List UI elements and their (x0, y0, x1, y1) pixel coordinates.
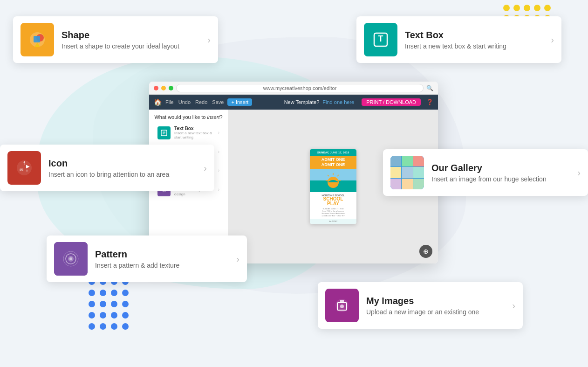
icon-insert-card[interactable]: f ▶ ✉ + Icon Insert an icon to bring att… (0, 145, 214, 191)
gallery-card-desc: Insert an image from our huge selection (431, 175, 570, 183)
shape-card-desc: Insert a shape to create your ideal layo… (62, 42, 200, 50)
myimages-card[interactable]: My Images Upload a new image or an exist… (318, 282, 523, 329)
ticket-details: SUNDAY, JUNE 17, 2018 from 7-10 in the a… (312, 208, 355, 217)
toolbar-find-one[interactable]: Find one here (322, 99, 354, 105)
svg-rect-29 (340, 300, 344, 303)
toolbar-file[interactable]: File (165, 99, 174, 105)
textbox-card[interactable]: T Text Box Insert a new text box & start… (356, 16, 561, 63)
shape-card-arrow: › (207, 35, 211, 45)
toolbar-home-icon[interactable]: 🏠 (154, 98, 162, 106)
browser-url: www.mycreativeshop.com/editor (176, 84, 424, 92)
svg-text:+: + (26, 168, 28, 173)
svg-line-8 (337, 175, 339, 176)
ticket-sun-graphic (310, 169, 356, 192)
svg-text:T: T (378, 34, 383, 43)
pattern-card-text: Pattern Insert a pattern & add texture (95, 249, 229, 269)
svg-text:f: f (24, 161, 25, 166)
toolbar-help-icon[interactable]: ❓ (426, 99, 433, 105)
browser-close-dot (154, 86, 158, 90)
zoom-button[interactable]: ⊕ (419, 245, 432, 258)
svg-line-10 (328, 175, 329, 176)
panel-shape-arrow: › (218, 149, 219, 154)
panel-title: What would you like to insert? (154, 114, 223, 120)
toolbar-redo[interactable]: Redo (195, 99, 207, 105)
myimages-card-arrow: › (512, 300, 515, 311)
ticket-number: No. 52567 (310, 219, 356, 224)
toolbar-undo[interactable]: Undo (178, 99, 191, 105)
myimages-card-desc: Upload a new image or an existing one (366, 308, 505, 316)
myimages-card-text: My Images Upload a new image or an exist… (366, 296, 505, 316)
gallery-card-icon (390, 156, 424, 189)
gallery-card-title: Our Gallery (431, 163, 570, 173)
browser-search-icon: 🔍 (426, 85, 433, 91)
ticket-design: SUNDAY, JUNE 17, 2018 ADMIT ONE ADMIT ON… (310, 149, 356, 224)
ticket-info: HORIZONS SCHOOL SCHOOLPLAY SUNDAY, JUNE … (310, 192, 356, 219)
myimages-card-icon (325, 289, 359, 322)
browser-maximize-dot (169, 86, 173, 90)
svg-text:✉: ✉ (20, 167, 23, 173)
pattern-card-icon (54, 242, 88, 276)
pattern-card-desc: Insert a pattern & add texture (95, 262, 229, 269)
panel-pattern-arrow: › (218, 187, 219, 192)
icon-card-icon: f ▶ ✉ + (7, 151, 41, 185)
browser-address-bar: www.mycreativeshop.com/editor 🔍 (149, 82, 438, 95)
svg-point-28 (340, 305, 344, 308)
textbox-card-title: Text Box (405, 30, 543, 41)
icon-card-arrow: › (204, 163, 207, 173)
pattern-card[interactable]: Pattern Insert a pattern & add texture › (47, 235, 247, 282)
textbox-card-icon: T (364, 23, 397, 56)
toolbar-new-template: New Template? Find one here (284, 99, 355, 105)
toolbar-print-button[interactable]: PRINT / DOWNLOAD (362, 98, 421, 106)
textbox-card-arrow: › (551, 35, 554, 45)
ticket-play: SCHOOLPLAY (312, 197, 355, 206)
browser-minimize-dot (161, 86, 166, 90)
svg-point-25 (69, 257, 72, 260)
gallery-grid (390, 156, 424, 189)
panel-icon-arrow: › (218, 168, 219, 173)
icon-card-desc: Insert an icon to bring attention to an … (48, 171, 196, 178)
ticket-date: SUNDAY, JUNE 17, 2018 (310, 149, 356, 156)
shape-card[interactable]: Shape Insert a shape to create your idea… (13, 16, 218, 63)
toolbar-insert-label: + Insert (231, 99, 248, 105)
toolbar-insert-button[interactable]: + Insert (227, 98, 252, 106)
panel-item-textbox[interactable]: Text Box Insert a new text box & start w… (154, 124, 223, 142)
gallery-card[interactable]: Our Gallery Insert an image from our hug… (383, 149, 588, 196)
shape-card-text: Shape Insert a shape to create your idea… (62, 30, 200, 50)
pattern-card-arrow: › (236, 254, 239, 264)
editor-toolbar: 🏠 File Undo Redo Save + Insert New Templ… (149, 95, 438, 110)
icon-card-text: Icon Insert an icon to bring attention t… (48, 158, 196, 178)
ticket-admit: ADMIT ONE ADMIT ONE (310, 156, 356, 169)
panel-textbox-text: Text Box Insert a new text box & start w… (174, 126, 214, 139)
pattern-card-title: Pattern (95, 249, 229, 260)
panel-textbox-icon (157, 126, 171, 139)
textbox-card-desc: Insert a new text box & start writing (405, 42, 543, 50)
gallery-card-text: Our Gallery Insert an image from our hug… (431, 163, 570, 183)
panel-textbox-arrow: › (218, 130, 219, 135)
toolbar-items: File Undo Redo Save (165, 99, 224, 105)
textbox-card-text: Text Box Insert a new text box & start w… (405, 30, 543, 50)
shape-card-icon (21, 23, 54, 56)
icon-card-title: Icon (48, 158, 196, 169)
myimages-card-title: My Images (366, 296, 505, 306)
gallery-card-arrow: › (577, 167, 581, 178)
shape-card-title: Shape (62, 30, 200, 41)
toolbar-save[interactable]: Save (212, 99, 224, 105)
svg-rect-14 (34, 36, 40, 42)
